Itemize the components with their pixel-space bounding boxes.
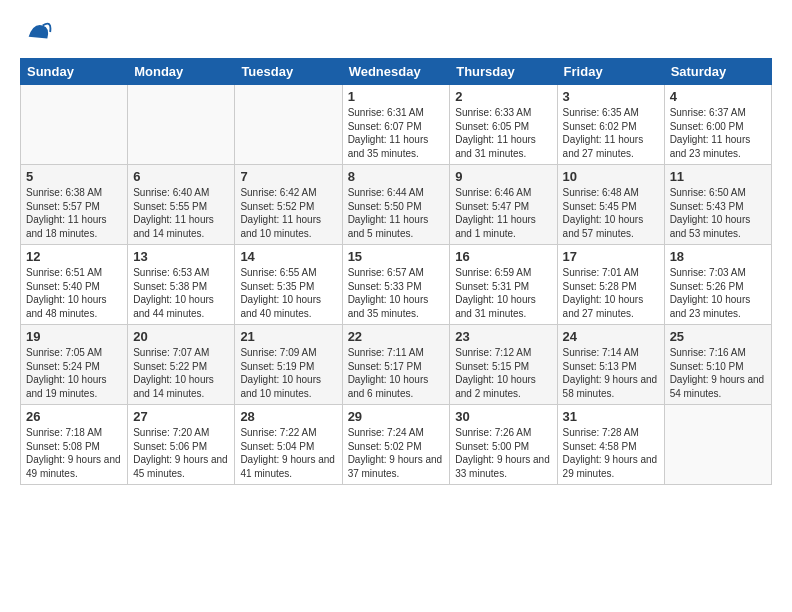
day-info: Sunrise: 7:05 AM Sunset: 5:24 PM Dayligh… xyxy=(26,346,122,400)
day-cell: 19Sunrise: 7:05 AM Sunset: 5:24 PM Dayli… xyxy=(21,325,128,405)
day-cell: 4Sunrise: 6:37 AM Sunset: 6:00 PM Daylig… xyxy=(664,85,771,165)
week-row-4: 19Sunrise: 7:05 AM Sunset: 5:24 PM Dayli… xyxy=(21,325,772,405)
day-cell xyxy=(128,85,235,165)
day-cell: 24Sunrise: 7:14 AM Sunset: 5:13 PM Dayli… xyxy=(557,325,664,405)
day-cell: 17Sunrise: 7:01 AM Sunset: 5:28 PM Dayli… xyxy=(557,245,664,325)
day-number: 6 xyxy=(133,169,229,184)
day-info: Sunrise: 7:18 AM Sunset: 5:08 PM Dayligh… xyxy=(26,426,122,480)
day-number: 19 xyxy=(26,329,122,344)
day-number: 11 xyxy=(670,169,766,184)
day-cell: 1Sunrise: 6:31 AM Sunset: 6:07 PM Daylig… xyxy=(342,85,450,165)
day-info: Sunrise: 6:31 AM Sunset: 6:07 PM Dayligh… xyxy=(348,106,445,160)
day-number: 12 xyxy=(26,249,122,264)
weekday-header-monday: Monday xyxy=(128,59,235,85)
day-info: Sunrise: 7:22 AM Sunset: 5:04 PM Dayligh… xyxy=(240,426,336,480)
day-cell xyxy=(664,405,771,485)
logo xyxy=(20,18,52,46)
day-info: Sunrise: 6:38 AM Sunset: 5:57 PM Dayligh… xyxy=(26,186,122,240)
day-cell: 29Sunrise: 7:24 AM Sunset: 5:02 PM Dayli… xyxy=(342,405,450,485)
weekday-header-row: SundayMondayTuesdayWednesdayThursdayFrid… xyxy=(21,59,772,85)
day-info: Sunrise: 7:03 AM Sunset: 5:26 PM Dayligh… xyxy=(670,266,766,320)
day-info: Sunrise: 6:40 AM Sunset: 5:55 PM Dayligh… xyxy=(133,186,229,240)
week-row-2: 5Sunrise: 6:38 AM Sunset: 5:57 PM Daylig… xyxy=(21,165,772,245)
day-info: Sunrise: 6:59 AM Sunset: 5:31 PM Dayligh… xyxy=(455,266,551,320)
day-number: 25 xyxy=(670,329,766,344)
week-row-3: 12Sunrise: 6:51 AM Sunset: 5:40 PM Dayli… xyxy=(21,245,772,325)
week-row-5: 26Sunrise: 7:18 AM Sunset: 5:08 PM Dayli… xyxy=(21,405,772,485)
weekday-header-wednesday: Wednesday xyxy=(342,59,450,85)
day-cell: 5Sunrise: 6:38 AM Sunset: 5:57 PM Daylig… xyxy=(21,165,128,245)
day-cell: 25Sunrise: 7:16 AM Sunset: 5:10 PM Dayli… xyxy=(664,325,771,405)
day-number: 17 xyxy=(563,249,659,264)
day-number: 24 xyxy=(563,329,659,344)
day-number: 5 xyxy=(26,169,122,184)
day-info: Sunrise: 7:12 AM Sunset: 5:15 PM Dayligh… xyxy=(455,346,551,400)
day-info: Sunrise: 7:11 AM Sunset: 5:17 PM Dayligh… xyxy=(348,346,445,400)
day-info: Sunrise: 7:20 AM Sunset: 5:06 PM Dayligh… xyxy=(133,426,229,480)
day-info: Sunrise: 6:46 AM Sunset: 5:47 PM Dayligh… xyxy=(455,186,551,240)
day-cell: 14Sunrise: 6:55 AM Sunset: 5:35 PM Dayli… xyxy=(235,245,342,325)
day-number: 8 xyxy=(348,169,445,184)
logo-icon xyxy=(24,18,52,46)
weekday-header-thursday: Thursday xyxy=(450,59,557,85)
day-info: Sunrise: 6:48 AM Sunset: 5:45 PM Dayligh… xyxy=(563,186,659,240)
weekday-header-tuesday: Tuesday xyxy=(235,59,342,85)
day-number: 23 xyxy=(455,329,551,344)
day-cell: 11Sunrise: 6:50 AM Sunset: 5:43 PM Dayli… xyxy=(664,165,771,245)
day-number: 1 xyxy=(348,89,445,104)
week-row-1: 1Sunrise: 6:31 AM Sunset: 6:07 PM Daylig… xyxy=(21,85,772,165)
day-number: 16 xyxy=(455,249,551,264)
day-cell: 28Sunrise: 7:22 AM Sunset: 5:04 PM Dayli… xyxy=(235,405,342,485)
day-cell: 7Sunrise: 6:42 AM Sunset: 5:52 PM Daylig… xyxy=(235,165,342,245)
day-cell: 18Sunrise: 7:03 AM Sunset: 5:26 PM Dayli… xyxy=(664,245,771,325)
day-number: 30 xyxy=(455,409,551,424)
day-number: 21 xyxy=(240,329,336,344)
day-info: Sunrise: 6:44 AM Sunset: 5:50 PM Dayligh… xyxy=(348,186,445,240)
day-cell: 6Sunrise: 6:40 AM Sunset: 5:55 PM Daylig… xyxy=(128,165,235,245)
day-info: Sunrise: 7:14 AM Sunset: 5:13 PM Dayligh… xyxy=(563,346,659,400)
day-info: Sunrise: 7:26 AM Sunset: 5:00 PM Dayligh… xyxy=(455,426,551,480)
day-info: Sunrise: 6:42 AM Sunset: 5:52 PM Dayligh… xyxy=(240,186,336,240)
day-number: 4 xyxy=(670,89,766,104)
day-info: Sunrise: 6:51 AM Sunset: 5:40 PM Dayligh… xyxy=(26,266,122,320)
day-info: Sunrise: 6:55 AM Sunset: 5:35 PM Dayligh… xyxy=(240,266,336,320)
day-cell: 22Sunrise: 7:11 AM Sunset: 5:17 PM Dayli… xyxy=(342,325,450,405)
day-number: 13 xyxy=(133,249,229,264)
day-number: 14 xyxy=(240,249,336,264)
day-cell: 21Sunrise: 7:09 AM Sunset: 5:19 PM Dayli… xyxy=(235,325,342,405)
day-info: Sunrise: 6:33 AM Sunset: 6:05 PM Dayligh… xyxy=(455,106,551,160)
day-info: Sunrise: 6:37 AM Sunset: 6:00 PM Dayligh… xyxy=(670,106,766,160)
day-number: 26 xyxy=(26,409,122,424)
day-info: Sunrise: 6:35 AM Sunset: 6:02 PM Dayligh… xyxy=(563,106,659,160)
day-info: Sunrise: 6:53 AM Sunset: 5:38 PM Dayligh… xyxy=(133,266,229,320)
day-number: 2 xyxy=(455,89,551,104)
day-cell: 23Sunrise: 7:12 AM Sunset: 5:15 PM Dayli… xyxy=(450,325,557,405)
day-info: Sunrise: 6:50 AM Sunset: 5:43 PM Dayligh… xyxy=(670,186,766,240)
day-info: Sunrise: 7:28 AM Sunset: 4:58 PM Dayligh… xyxy=(563,426,659,480)
weekday-header-sunday: Sunday xyxy=(21,59,128,85)
day-cell xyxy=(235,85,342,165)
main-container: SundayMondayTuesdayWednesdayThursdayFrid… xyxy=(0,0,792,495)
day-number: 10 xyxy=(563,169,659,184)
day-cell: 27Sunrise: 7:20 AM Sunset: 5:06 PM Dayli… xyxy=(128,405,235,485)
day-number: 9 xyxy=(455,169,551,184)
day-cell: 20Sunrise: 7:07 AM Sunset: 5:22 PM Dayli… xyxy=(128,325,235,405)
day-number: 29 xyxy=(348,409,445,424)
day-number: 28 xyxy=(240,409,336,424)
day-info: Sunrise: 6:57 AM Sunset: 5:33 PM Dayligh… xyxy=(348,266,445,320)
day-number: 7 xyxy=(240,169,336,184)
day-number: 27 xyxy=(133,409,229,424)
day-number: 31 xyxy=(563,409,659,424)
day-info: Sunrise: 7:01 AM Sunset: 5:28 PM Dayligh… xyxy=(563,266,659,320)
day-number: 3 xyxy=(563,89,659,104)
calendar: SundayMondayTuesdayWednesdayThursdayFrid… xyxy=(20,58,772,485)
day-cell: 3Sunrise: 6:35 AM Sunset: 6:02 PM Daylig… xyxy=(557,85,664,165)
day-info: Sunrise: 7:24 AM Sunset: 5:02 PM Dayligh… xyxy=(348,426,445,480)
day-cell: 31Sunrise: 7:28 AM Sunset: 4:58 PM Dayli… xyxy=(557,405,664,485)
day-cell xyxy=(21,85,128,165)
day-number: 22 xyxy=(348,329,445,344)
day-cell: 2Sunrise: 6:33 AM Sunset: 6:05 PM Daylig… xyxy=(450,85,557,165)
day-cell: 12Sunrise: 6:51 AM Sunset: 5:40 PM Dayli… xyxy=(21,245,128,325)
day-info: Sunrise: 7:16 AM Sunset: 5:10 PM Dayligh… xyxy=(670,346,766,400)
day-cell: 30Sunrise: 7:26 AM Sunset: 5:00 PM Dayli… xyxy=(450,405,557,485)
